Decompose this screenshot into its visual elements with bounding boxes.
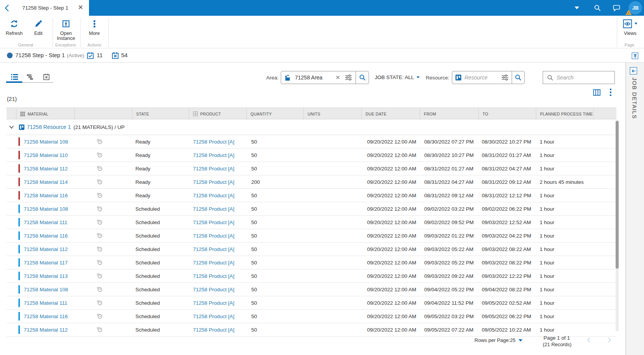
material-link[interactable]: 71258 Material 117: [24, 260, 68, 266]
material-link[interactable]: 71258 Material 113: [24, 273, 68, 279]
tab-title[interactable]: 71258 Step - Step 1: [22, 0, 68, 16]
material-link[interactable]: 71258 Material 108: [24, 287, 68, 292]
back-icon[interactable]: [5, 4, 9, 12]
product-link[interactable]: 71258 Product [A]: [193, 300, 234, 306]
rows-per-page-caret-icon[interactable]: [519, 339, 522, 342]
columns-icon[interactable]: [593, 89, 601, 96]
table-row[interactable]: 71258 Material 116 Scheduled 71258 Produ…: [7, 229, 616, 243]
resource-search-button[interactable]: [512, 74, 524, 81]
table-row[interactable]: 71258 Material 111 Scheduled 71258 Produ…: [7, 296, 616, 310]
material-link[interactable]: 71258 Material 108: [24, 206, 68, 212]
table-row[interactable]: 71258 Material 108 Scheduled 71258 Produ…: [7, 283, 616, 296]
from-cell: 09/04/2022 11:52 PM: [420, 300, 479, 306]
table-body: 71258 Material 108 Ready 71258 Product […: [7, 135, 616, 337]
job-details-label[interactable]: JOB DETAILS: [631, 78, 637, 119]
product-link[interactable]: 71258 Product [A]: [193, 327, 234, 333]
product-link[interactable]: 71258 Product [A]: [193, 287, 234, 292]
table-row[interactable]: 71258 Material 108 Scheduled 71258 Produ…: [7, 202, 616, 216]
tab-gantt-view-icon[interactable]: [27, 74, 34, 80]
expand-panel-icon[interactable]: [630, 67, 637, 74]
material-link[interactable]: 71258 Material 112: [24, 327, 68, 333]
open-instance-button[interactable]: Open Instance: [53, 19, 79, 41]
prev-page-icon[interactable]: [586, 337, 591, 343]
product-link[interactable]: 71258 Product [A]: [193, 206, 234, 212]
chat-icon[interactable]: [612, 0, 621, 16]
more-button[interactable]: More: [85, 19, 104, 36]
product-link[interactable]: 71258 Product [A]: [193, 273, 234, 279]
views-button[interactable]: Views: [621, 19, 639, 36]
open-instance-icon: [61, 19, 71, 28]
table-row[interactable]: 71258 Material 117 Scheduled 71258 Produ…: [7, 256, 616, 269]
group-row[interactable]: 71258 Resource 1 (21 MATERIALS) / UP: [7, 119, 616, 135]
planned-time-cell: 1 hour: [536, 273, 594, 279]
col-units[interactable]: UNITS: [304, 108, 362, 120]
table-row[interactable]: 71258 Material 113 Scheduled 71258 Produ…: [7, 269, 616, 283]
edit-button[interactable]: Edit: [29, 19, 48, 36]
quantity-cell: 50: [247, 193, 304, 198]
resource-filter-input[interactable]: Resource: [452, 71, 525, 84]
product-link[interactable]: 71258 Product [A]: [193, 179, 234, 185]
material-link[interactable]: 71258 Material 116: [24, 314, 68, 319]
col-state[interactable]: STATE: [132, 108, 189, 120]
material-link[interactable]: 71258 Material 111: [24, 220, 68, 225]
col-to[interactable]: TO: [479, 108, 536, 120]
material-link[interactable]: 71258 Material 111: [24, 300, 68, 306]
table-row[interactable]: 71258 Material 114 Ready 71258 Product […: [7, 175, 616, 189]
clear-icon[interactable]: ✕: [335, 74, 340, 81]
table-row[interactable]: 71258 Material 111 Scheduled 71258 Produ…: [7, 216, 616, 229]
tab-calendar-view-icon[interactable]: [43, 73, 50, 80]
state-cell: Scheduled: [132, 327, 189, 333]
table-row[interactable]: 71258 Material 110 Ready 71258 Product […: [7, 149, 616, 162]
product-link[interactable]: 71258 Product [A]: [193, 260, 234, 266]
chevron-down-icon[interactable]: [573, 0, 581, 16]
product-link[interactable]: 71258 Product [A]: [193, 246, 234, 252]
table-row[interactable]: 71258 Material 112 Ready 71258 Product […: [7, 162, 616, 175]
kebab-menu-icon[interactable]: [609, 88, 613, 97]
area-search-button[interactable]: [356, 74, 369, 81]
col-icon[interactable]: [75, 108, 132, 120]
col-from[interactable]: FROM: [420, 108, 479, 120]
material-link[interactable]: 71258 Material 116: [24, 193, 68, 198]
area-filter-input[interactable]: 71258 Area ✕: [281, 71, 369, 84]
product-link[interactable]: 71258 Product [A]: [193, 314, 234, 319]
table-row[interactable]: 71258 Material 112 Scheduled 71258 Produ…: [7, 323, 616, 337]
tab-close-icon[interactable]: ✕: [76, 0, 85, 16]
tab-list-view-icon[interactable]: [11, 74, 18, 80]
next-page-icon[interactable]: [607, 337, 612, 343]
product-link[interactable]: 71258 Product [A]: [193, 166, 234, 172]
planned-time-cell: 1 hour: [536, 300, 594, 306]
collapse-chevron-icon[interactable]: [9, 125, 14, 129]
table-row[interactable]: 71258 Material 112 Scheduled 71258 Produ…: [7, 243, 616, 256]
search-input[interactable]: Search: [543, 71, 615, 84]
group-resource-link[interactable]: 71258 Resource 1: [27, 124, 71, 130]
table-row[interactable]: 71258 Material 108 Ready 71258 Product […: [7, 135, 616, 149]
material-link[interactable]: 71258 Material 112: [24, 166, 68, 172]
col-planned-process-time[interactable]: PLANNED PROCESS TIME: [536, 108, 594, 120]
col-quantity[interactable]: QUANTITY: [247, 108, 304, 120]
filter-settings-icon[interactable]: [345, 74, 352, 81]
material-link[interactable]: 71258 Material 108: [24, 139, 68, 145]
product-link[interactable]: 71258 Product [A]: [193, 220, 234, 225]
search-icon[interactable]: [593, 0, 601, 16]
table-row[interactable]: 71258 Material 116 Scheduled 71258 Produ…: [7, 310, 616, 323]
material-link[interactable]: 71258 Material 112: [24, 246, 68, 252]
product-link[interactable]: 71258 Product [A]: [193, 193, 234, 198]
group-label-page: Page: [618, 43, 641, 47]
product-link[interactable]: 71258 Product [A]: [193, 139, 234, 145]
col-product[interactable]: PRODUCT: [189, 108, 247, 120]
material-link[interactable]: 71258 Material 110: [24, 152, 68, 158]
scrollbar-thumb[interactable]: [616, 121, 619, 269]
product-link[interactable]: 71258 Product [A]: [193, 233, 234, 239]
expand-up-icon[interactable]: [632, 53, 638, 59]
refresh-button[interactable]: Refresh: [5, 19, 24, 36]
job-state-filter[interactable]: JOB STATE: ALL: [375, 74, 420, 80]
product-link[interactable]: 71258 Product [A]: [193, 152, 234, 158]
col-material[interactable]: MATERIAL: [16, 108, 75, 120]
material-link[interactable]: 71258 Material 116: [24, 233, 68, 239]
filter-settings-icon[interactable]: [501, 74, 509, 81]
to-cell: 09/05/2022 06:22 PM: [479, 314, 536, 319]
material-link[interactable]: 71258 Material 114: [24, 179, 68, 185]
col-due-date[interactable]: DUE DATE: [362, 108, 420, 120]
table-row[interactable]: 71258 Material 116 Ready 71258 Product […: [7, 189, 616, 202]
rows-per-page[interactable]: Rows per Page:25: [474, 337, 516, 343]
